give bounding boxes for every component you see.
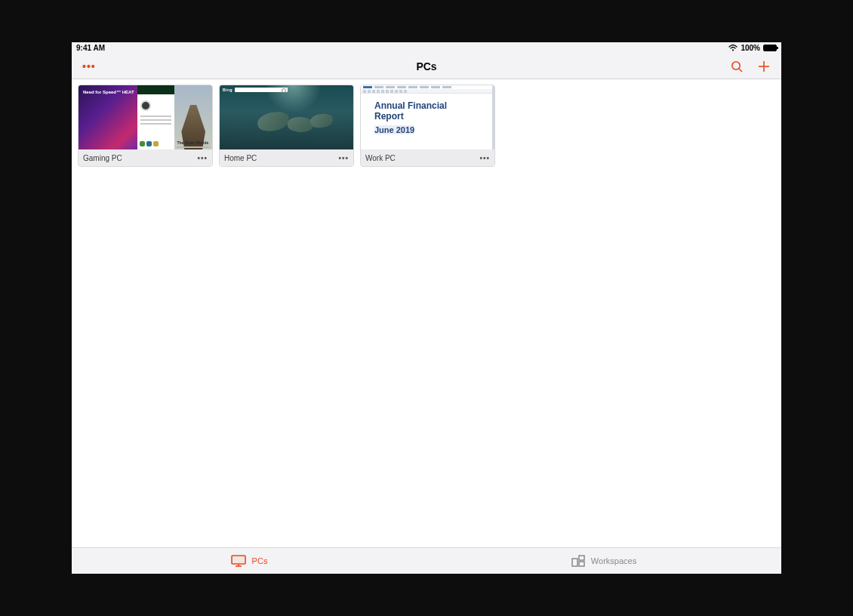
thumb-hero-title: Need for Speed™ HEAT [83, 90, 134, 94]
wifi-icon [728, 45, 738, 51]
pc-card-home[interactable]: Bing Home PC ••• [219, 85, 354, 167]
pc-name-label: Home PC [224, 154, 257, 162]
doc-title-line1: Annual Financial [374, 100, 482, 111]
svg-line-2 [739, 69, 742, 72]
status-time: 9:41 AM [76, 44, 105, 52]
pc-thumbnail: Bing [220, 85, 353, 149]
svg-point-0 [732, 49, 734, 51]
tab-bar: PCs Workspaces [72, 547, 781, 574]
svg-rect-9 [579, 556, 584, 560]
pc-name-label: Gaming PC [83, 154, 122, 162]
svg-rect-10 [579, 562, 584, 566]
svg-rect-8 [572, 559, 577, 566]
search-button[interactable] [730, 60, 744, 73]
battery-icon [763, 45, 777, 51]
pc-thumbnail: Need for Speed™ HEAT The Outer Worlds [79, 85, 212, 149]
svg-point-1 [732, 61, 740, 69]
pc-thumbnail: Annual Financial Report June 2019 [361, 85, 494, 149]
svg-rect-5 [232, 556, 245, 564]
pc-card-gaming[interactable]: Need for Speed™ HEAT The Outer Worlds Ga… [78, 85, 213, 167]
more-menu-button[interactable]: ••• [82, 60, 96, 72]
thumb-search-bar [235, 88, 288, 92]
pc-grid: Need for Speed™ HEAT The Outer Worlds Ga… [72, 79, 781, 547]
doc-title-line2: Report [374, 111, 482, 122]
status-right: 100% [728, 44, 777, 52]
thumb-logo: Bing [223, 88, 232, 92]
tab-label: PCs [252, 556, 268, 565]
add-button[interactable] [757, 60, 771, 73]
app-window: 9:41 AM 100% ••• PCs Need for Sp [72, 42, 781, 574]
pc-more-button[interactable]: ••• [479, 154, 490, 162]
pc-name-label: Work PC [365, 154, 396, 162]
tab-workspaces[interactable]: Workspaces [426, 548, 781, 574]
pc-more-button[interactable]: ••• [338, 154, 349, 162]
doc-subtitle: June 2019 [374, 125, 414, 134]
nav-bar: ••• PCs [72, 54, 781, 79]
monitor-icon [231, 555, 246, 567]
tab-label: Workspaces [591, 556, 636, 565]
thumb-side-title: The Outer Worlds [177, 140, 208, 145]
pc-card-work[interactable]: Annual Financial Report June 2019 Work P… [360, 85, 495, 167]
status-battery-pct: 100% [741, 44, 760, 52]
status-bar: 9:41 AM 100% [72, 42, 781, 54]
workspaces-icon [571, 555, 585, 567]
pc-more-button[interactable]: ••• [197, 154, 208, 162]
page-title: PCs [72, 60, 781, 72]
tab-pcs[interactable]: PCs [72, 548, 426, 574]
